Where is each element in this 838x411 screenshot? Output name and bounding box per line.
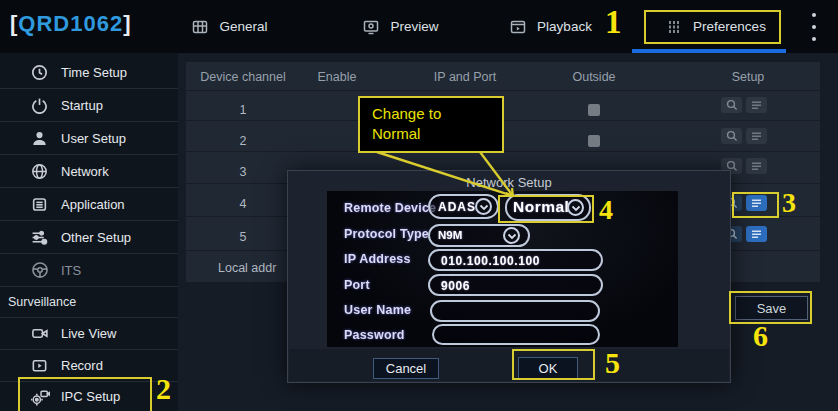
tab-playback-label: Playback [537, 19, 592, 34]
step-number-1: 1 [605, 4, 622, 41]
sidebar-section-label: Surveillance [8, 295, 76, 309]
protocol-type-value: N9M [438, 229, 462, 241]
sliders-gear-icon [31, 229, 50, 246]
dialog-footer [289, 349, 729, 381]
user-name-field[interactable] [430, 300, 600, 322]
sidebar-item-label: Record [61, 358, 103, 373]
column-header-setup: Setup [718, 70, 778, 84]
cancel-button[interactable]: Cancel [373, 358, 439, 379]
sidebar-item-label: ITS [61, 263, 81, 278]
sidebar-item-its[interactable]: ITS [0, 254, 178, 287]
highlight-box-ipc-setup [18, 377, 152, 411]
channel-number: 2 [228, 134, 258, 148]
user-icon [31, 130, 50, 147]
sidebar-item-label: Startup [61, 98, 103, 113]
tab-general[interactable]: General [190, 0, 270, 53]
sidebar-item-other-setup[interactable]: Other Setup [0, 221, 178, 254]
setup-form-button[interactable] [746, 158, 767, 174]
video-camera-icon [31, 325, 50, 342]
highlight-box-normal-dropdown [498, 195, 594, 223]
sidebar-item-label: Live View [61, 326, 116, 341]
highlight-box-setup-button [732, 192, 779, 218]
active-tab-underline [632, 49, 786, 53]
sidebar-item-label: User Setup [61, 131, 126, 146]
chevron-down-icon[interactable] [503, 227, 520, 244]
setup-form-button[interactable] [746, 128, 767, 144]
sidebar-item-label: Network [61, 164, 109, 179]
step-number-4: 4 [599, 194, 613, 226]
port-value: 9006 [441, 279, 470, 293]
search-device-button[interactable] [721, 97, 742, 113]
ip-address-value: 010.100.100.100 [441, 254, 540, 268]
channel-number: 4 [228, 197, 258, 211]
clock-icon [31, 64, 50, 81]
sidebar-item-user-setup[interactable]: User Setup [0, 122, 178, 155]
power-icon [31, 97, 50, 114]
column-header-outside: Outside [564, 70, 624, 84]
channel-number: 1 [228, 103, 258, 117]
step-number-6: 6 [753, 319, 768, 353]
sidebar-item-label: Other Setup [61, 230, 131, 245]
highlight-box-save-button [729, 291, 812, 324]
monitor-eye-icon [363, 18, 382, 35]
tab-preview-label: Preview [390, 19, 438, 34]
protocol-type-label: Protocol Type [344, 227, 429, 241]
remote-device-value: ADAS [438, 200, 476, 214]
steering-wheel-icon [31, 262, 50, 279]
outside-checkbox-row2[interactable] [588, 135, 600, 147]
ipc-setup-screen: [QRD1062] General Preview Playback Prefe… [0, 0, 838, 411]
password-field[interactable] [432, 324, 600, 345]
globe-icon [31, 163, 50, 180]
play-box-icon [510, 18, 529, 35]
logo-text: QRD1062 [18, 11, 123, 36]
sidebar-item-startup[interactable]: Startup [0, 89, 178, 122]
callout-line1: Change to [372, 104, 502, 124]
chevron-down-icon[interactable] [475, 198, 492, 215]
channel-number: 5 [228, 230, 258, 244]
record-icon [31, 357, 50, 374]
callout-line2: Normal [372, 124, 502, 144]
sidebar-item-label: Time Setup [61, 65, 127, 80]
tab-general-label: General [219, 19, 267, 34]
dialog-title: Network Setup [288, 175, 730, 190]
local-address-row-label: Local addr [218, 261, 276, 275]
sidebar: Time Setup Startup User Setup Network Ap… [0, 53, 178, 411]
setup-form-button[interactable] [746, 97, 767, 113]
sidebar-item-network[interactable]: Network [0, 155, 178, 188]
sidebar-item-time-setup[interactable]: Time Setup [0, 56, 178, 89]
device-logo: [QRD1062] [10, 11, 132, 37]
port-label: Port [344, 278, 370, 292]
grid-icon [192, 18, 211, 35]
step-number-3: 3 [782, 187, 796, 219]
column-header-device-channel: Device channel [186, 70, 300, 84]
user-name-label: User Name [344, 303, 411, 317]
step-number-5: 5 [605, 346, 620, 380]
tab-preview[interactable]: Preview [358, 0, 444, 53]
highlight-box-ok-button [512, 349, 595, 380]
column-header-ip-and-port: IP and Port [415, 70, 515, 84]
remote-device-label: Remote Device [344, 201, 436, 215]
sidebar-item-label: Application [61, 197, 125, 212]
logo-bracket-right: ] [123, 11, 131, 36]
change-to-normal-callout: Change to Normal [358, 96, 504, 153]
tab-playback[interactable]: Playback [506, 0, 596, 53]
password-label: Password [344, 328, 405, 342]
application-icon [31, 196, 50, 213]
column-header-enable: Enable [307, 70, 367, 84]
sidebar-item-application[interactable]: Application [0, 188, 178, 221]
step-number-2: 2 [156, 372, 171, 406]
sidebar-item-live-view[interactable]: Live View [0, 318, 178, 350]
search-device-button[interactable] [721, 128, 742, 144]
sidebar-section-surveillance: Surveillance [0, 287, 178, 318]
outside-checkbox-row1[interactable] [588, 104, 600, 116]
kebab-menu-icon[interactable] [808, 13, 820, 41]
channel-number: 3 [228, 165, 258, 179]
highlight-box-preferences [644, 10, 781, 44]
ip-address-label: IP Address [344, 252, 411, 266]
setup-form-button-active[interactable] [746, 226, 767, 242]
